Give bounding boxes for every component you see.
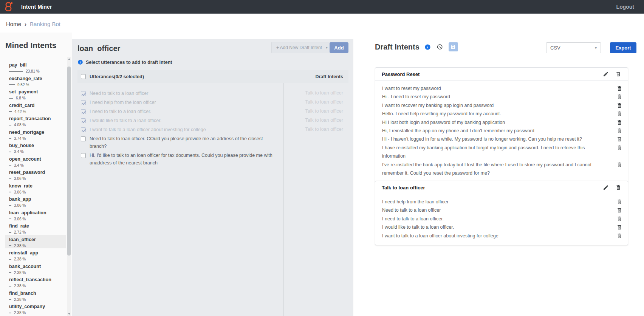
sidebar-item-need_mortgage[interactable]: need_mortgage3.74 % bbox=[5, 128, 66, 141]
mined-intent-panel: loan_officer + Add New Draft Intent ▾ Ad… bbox=[72, 39, 353, 316]
utterance-text: I need to talk to a loan officer. bbox=[90, 107, 151, 115]
sidebar-item-loan_officer[interactable]: loan_officer2.38 % bbox=[5, 235, 66, 249]
add-new-draft-intent-dropdown[interactable]: + Add New Draft Intent ▾ bbox=[271, 42, 333, 53]
breadcrumb: Home › Banking Bot bbox=[0, 14, 644, 34]
intent-name: credit_card bbox=[9, 103, 66, 108]
intent-share-percent: 4.08 % bbox=[14, 123, 26, 127]
delete-utterance-button[interactable] bbox=[616, 128, 622, 134]
delete-intent-button[interactable] bbox=[615, 71, 621, 77]
export-button[interactable]: Export bbox=[610, 42, 636, 53]
delete-utterance-button[interactable] bbox=[616, 136, 622, 142]
edit-intent-button[interactable] bbox=[603, 184, 609, 191]
delete-utterance-button[interactable] bbox=[616, 216, 622, 222]
sidebar-item-know_rate[interactable]: know_rate3.06 % bbox=[5, 181, 66, 195]
intent-name: reinstall_app bbox=[9, 250, 66, 256]
intent-share-percent: 3.4 % bbox=[14, 163, 24, 167]
breadcrumb-home-link[interactable]: Home bbox=[6, 21, 21, 27]
utterances-table: Utterances(0/2 selected) Draft Intents N… bbox=[77, 70, 348, 316]
utterance-checkbox[interactable] bbox=[81, 100, 86, 105]
delete-utterance-button[interactable] bbox=[616, 85, 622, 91]
sidebar-scrollbar-thumb[interactable] bbox=[67, 67, 71, 256]
draft-utterance-text: I've re-installed the bank app today but… bbox=[382, 161, 616, 178]
intent-share-percent: 3.06 % bbox=[14, 190, 26, 194]
brand-logo-icon[interactable] bbox=[4, 2, 14, 12]
draft-card-utterances: I need help from the loan officerNeed to… bbox=[375, 194, 628, 245]
intent-name: open_account bbox=[9, 156, 66, 162]
mined-intents-sidebar: Mined Intents pay_bill23.81 %exchange_ra… bbox=[0, 33, 72, 316]
intent-meta: 9.52 % bbox=[9, 83, 66, 87]
intent-share-bar-icon bbox=[9, 232, 11, 233]
draft-intents-header: Draft Intents bbox=[315, 74, 343, 79]
sidebar-item-bank_account[interactable]: bank_account2.38 % bbox=[5, 262, 66, 276]
info-icon[interactable] bbox=[77, 59, 83, 65]
delete-utterance-button[interactable] bbox=[616, 102, 622, 108]
draft-intent-value: Talk to loan officer bbox=[305, 118, 343, 123]
sidebar-item-report_transaction[interactable]: report_transaction4.08 % bbox=[5, 114, 66, 128]
utterance-row: I would like to talk to a loan officer.T… bbox=[77, 116, 348, 125]
sidebar-title: Mined Intents bbox=[5, 41, 72, 50]
sidebar-item-loan_application[interactable]: loan_application3.06 % bbox=[5, 208, 66, 222]
draft-utterance-row: Hi, I reinstalled the app on my phone an… bbox=[382, 127, 622, 135]
draft-utterance-text: Hi, I reinstalled the app on my phone an… bbox=[382, 127, 616, 135]
sidebar-item-set_payment[interactable]: set_payment6.8 % bbox=[5, 87, 66, 101]
sidebar-item-reset_password[interactable]: reset_password3.06 % bbox=[5, 168, 66, 181]
intent-share-percent: 2.38 % bbox=[14, 257, 26, 261]
draft-utterance-row: I want to recover my banking app login a… bbox=[382, 101, 622, 110]
sidebar-item-reflect_transaction[interactable]: reflect_transaction2.38 % bbox=[5, 275, 66, 289]
delete-utterance-button[interactable] bbox=[616, 199, 622, 205]
delete-utterance-button[interactable] bbox=[616, 94, 622, 100]
delete-utterance-button[interactable] bbox=[616, 119, 622, 125]
sidebar-item-pay_bill[interactable]: pay_bill23.81 % bbox=[5, 60, 66, 74]
utterance-checkbox[interactable] bbox=[81, 91, 86, 96]
utterance-checkbox[interactable] bbox=[81, 153, 86, 158]
sidebar-scrollbar[interactable] bbox=[67, 57, 71, 316]
delete-utterance-button[interactable] bbox=[616, 224, 622, 230]
draft-utterance-text: I have reinstalled my banking applicatio… bbox=[382, 144, 616, 161]
delete-utterance-button[interactable] bbox=[616, 233, 622, 239]
utterance-checkbox[interactable] bbox=[81, 127, 86, 132]
export-format-select[interactable]: CSV ▾ bbox=[546, 42, 601, 53]
select-all-checkbox[interactable] bbox=[81, 74, 86, 79]
delete-utterance-button[interactable] bbox=[616, 162, 622, 168]
intent-share-bar-icon bbox=[9, 84, 15, 85]
sidebar-item-bank_app[interactable]: bank_app3.06 % bbox=[5, 195, 66, 208]
sidebar-item-utility_company[interactable]: utility_company2.38 % bbox=[5, 302, 66, 316]
trash-icon bbox=[616, 145, 622, 151]
scroll-up-icon[interactable] bbox=[67, 57, 71, 61]
delete-utterance-button[interactable] bbox=[616, 111, 622, 117]
sidebar-item-credit_card[interactable]: credit_card4.42 % bbox=[5, 101, 66, 115]
sidebar-item-find_branch[interactable]: find_branch2.38 % bbox=[5, 289, 66, 302]
top-navbar: Intent Miner Logout bbox=[0, 0, 644, 14]
sidebar-item-exchange_rate[interactable]: exchange_rate9.52 % bbox=[5, 74, 66, 88]
info-icon[interactable] bbox=[424, 44, 431, 50]
sidebar-item-buy_house[interactable]: buy_house3.4 % bbox=[5, 141, 66, 155]
intent-share-bar-icon bbox=[9, 205, 11, 206]
trash-icon bbox=[616, 102, 622, 108]
utterance-row: Need to talk to a loan officerTalk to lo… bbox=[77, 89, 348, 98]
trash-icon bbox=[616, 199, 622, 205]
intent-name: buy_house bbox=[9, 143, 66, 148]
sidebar-item-open_account[interactable]: open_account3.4 % bbox=[5, 155, 66, 168]
intent-share-percent: 9.52 % bbox=[17, 83, 29, 87]
intent-name: report_transaction bbox=[9, 116, 66, 121]
intent-name: reflect_transaction bbox=[9, 277, 66, 282]
intent-name: need_mortgage bbox=[9, 130, 66, 135]
history-icon[interactable] bbox=[436, 43, 443, 50]
utterance-checkbox[interactable] bbox=[81, 109, 86, 114]
add-button[interactable]: Add bbox=[330, 42, 348, 53]
sidebar-item-reinstall_app[interactable]: reinstall_app2.38 % bbox=[5, 248, 66, 262]
trash-icon bbox=[616, 85, 622, 91]
save-button[interactable] bbox=[449, 42, 458, 51]
utterance-checkbox[interactable] bbox=[81, 136, 86, 141]
delete-utterance-button[interactable] bbox=[616, 207, 622, 213]
delete-utterance-button[interactable] bbox=[616, 145, 622, 151]
sidebar-item-find_rate[interactable]: find_rate2.72 % bbox=[5, 222, 66, 235]
edit-intent-button[interactable] bbox=[603, 71, 609, 77]
hint-text: Select utterances to add to draft intent bbox=[86, 60, 172, 65]
utterance-checkbox[interactable] bbox=[81, 118, 86, 123]
draft-card-utterances: I want to reset my passwordHi - I need t… bbox=[375, 81, 628, 182]
logout-button[interactable]: Logout bbox=[616, 4, 634, 10]
scroll-down-icon[interactable] bbox=[67, 311, 71, 316]
delete-intent-button[interactable] bbox=[615, 184, 621, 191]
utterance-row: I need help from the loan officerTalk to… bbox=[77, 98, 348, 107]
